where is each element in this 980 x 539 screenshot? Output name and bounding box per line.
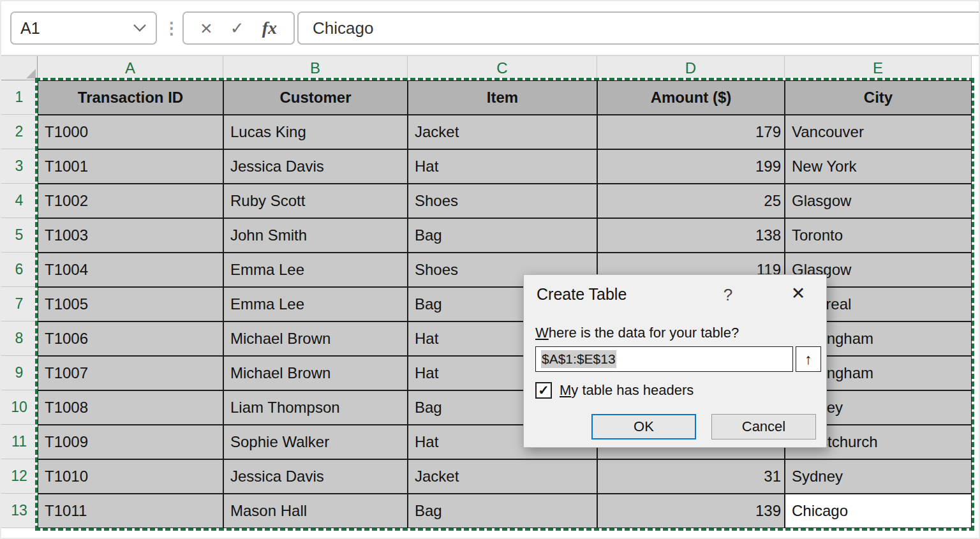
range-input-value: $A$1:$E$13 — [541, 350, 616, 368]
row-header-9[interactable]: 9 — [1, 356, 38, 390]
cell-A5[interactable]: T1003 — [38, 218, 223, 253]
cell-D5[interactable]: 138 — [597, 218, 785, 253]
insert-function-icon[interactable]: fx — [262, 18, 277, 38]
cell-C2[interactable]: Jacket — [408, 115, 597, 149]
cell-B2[interactable]: Lucas King — [223, 115, 408, 149]
cell-C4[interactable]: Shoes — [408, 184, 597, 218]
name-box[interactable]: A1 — [10, 11, 157, 45]
formula-value: Chicago — [313, 18, 373, 38]
cell-A10[interactable]: T1008 — [38, 390, 223, 425]
cancel-icon[interactable]: × — [200, 18, 212, 38]
cell-C12[interactable]: Jacket — [408, 459, 597, 494]
cell-E3[interactable]: New York — [785, 149, 972, 184]
cell-E12[interactable]: Sydney — [785, 459, 972, 494]
cell-B9[interactable]: Michael Brown — [223, 356, 408, 390]
cell-E1[interactable]: City — [785, 80, 972, 115]
cell-C13[interactable]: Bag — [408, 494, 597, 528]
cell-A4[interactable]: T1002 — [38, 184, 223, 218]
cell-B13[interactable]: Mason Hall — [223, 494, 408, 528]
cell-B11[interactable]: Sophie Walker — [223, 425, 408, 459]
cell-D13[interactable]: 139 — [597, 494, 785, 528]
my-table-has-headers-checkbox[interactable]: ✓ — [535, 382, 552, 399]
cell-D2[interactable]: 179 — [597, 115, 785, 149]
cell-D1[interactable]: Amount ($) — [597, 80, 785, 115]
cancel-button[interactable]: Cancel — [711, 414, 816, 439]
cell-A1[interactable]: Transaction ID — [38, 80, 223, 115]
ok-button[interactable]: OK — [591, 414, 696, 439]
cell-A13[interactable]: T1011 — [38, 494, 223, 528]
range-prompt-label: Where is the data for your table? — [535, 325, 739, 341]
cell-B12[interactable]: Jessica Davis — [223, 459, 408, 494]
cell-B7[interactable]: Emma Lee — [223, 287, 408, 321]
cell-D3[interactable]: 199 — [597, 149, 785, 184]
table-range-input[interactable]: $A$1:$E$13 — [535, 346, 793, 372]
cell-C1[interactable]: Item — [408, 80, 597, 115]
close-icon[interactable]: ✕ — [787, 283, 810, 304]
row-header-6[interactable]: 6 — [1, 253, 38, 287]
checkbox-label: My table has headers — [560, 382, 694, 399]
enter-icon[interactable]: ✓ — [230, 18, 244, 38]
row-header-5[interactable]: 5 — [1, 218, 38, 253]
cell-A12[interactable]: T1010 — [38, 459, 223, 494]
name-box-value: A1 — [20, 19, 40, 38]
cell-D4[interactable]: 25 — [597, 184, 785, 218]
cell-E2[interactable]: Vancouver — [785, 115, 972, 149]
row-header-2[interactable]: 2 — [1, 115, 38, 149]
formula-input[interactable]: Chicago — [297, 11, 980, 45]
cell-B10[interactable]: Liam Thompson — [223, 390, 408, 425]
cell-A2[interactable]: T1000 — [38, 115, 223, 149]
range-collapse-button[interactable]: ↑ — [796, 346, 821, 372]
cell-B4[interactable]: Ruby Scott — [223, 184, 408, 218]
cell-C3[interactable]: Hat — [408, 149, 597, 184]
cell-E4[interactable]: Glasgow — [785, 184, 972, 218]
row-header-4[interactable]: 4 — [1, 184, 38, 218]
spreadsheet-grid: ABCDE 12345678910111213 Transaction IDCu… — [1, 56, 980, 539]
row-header-1[interactable]: 1 — [1, 80, 38, 115]
column-header-B[interactable]: B — [223, 56, 408, 80]
cell-A3[interactable]: T1001 — [38, 149, 223, 184]
cell-B5[interactable]: John Smith — [223, 218, 408, 253]
row-header-7[interactable]: 7 — [1, 287, 38, 321]
cell-A11[interactable]: T1009 — [38, 425, 223, 459]
row-header-13[interactable]: 13 — [1, 494, 38, 528]
column-header-D[interactable]: D — [597, 56, 785, 80]
cell-E13[interactable]: Chicago — [785, 494, 972, 528]
row-header-3[interactable]: 3 — [1, 149, 38, 184]
cell-B3[interactable]: Jessica Davis — [223, 149, 408, 184]
select-all-corner[interactable] — [1, 56, 38, 80]
column-header-A[interactable]: A — [38, 56, 223, 80]
collapse-arrow-icon: ↑ — [805, 351, 812, 368]
cell-B1[interactable]: Customer — [223, 80, 408, 115]
cell-A7[interactable]: T1005 — [38, 287, 223, 321]
cell-C5[interactable]: Bag — [408, 218, 597, 253]
cell-A6[interactable]: T1004 — [38, 253, 223, 287]
separator-dots-icon: ⋮ — [163, 11, 180, 45]
row-header-10[interactable]: 10 — [1, 390, 38, 425]
headers-checkbox-row: ✓ My table has headers — [535, 382, 694, 399]
create-table-dialog: Create Table ? ✕ Where is the data for y… — [523, 274, 827, 448]
row-header-8[interactable]: 8 — [1, 321, 38, 356]
chevron-down-icon[interactable] — [133, 24, 147, 33]
column-header-C[interactable]: C — [408, 56, 597, 80]
formula-buttons-group: × ✓ fx — [182, 11, 295, 45]
cell-D12[interactable]: 31 — [597, 459, 785, 494]
cell-A8[interactable]: T1006 — [38, 321, 223, 356]
row-header-11[interactable]: 11 — [1, 425, 38, 459]
column-header-E[interactable]: E — [785, 56, 972, 80]
row-header-12[interactable]: 12 — [1, 459, 38, 494]
cell-B8[interactable]: Michael Brown — [223, 321, 408, 356]
cell-A9[interactable]: T1007 — [38, 356, 223, 390]
cell-E5[interactable]: Toronto — [785, 218, 972, 253]
checkmark-icon: ✓ — [538, 383, 549, 397]
help-icon[interactable]: ? — [718, 285, 738, 305]
formula-bar: A1 ⋮ × ✓ fx Chicago — [1, 1, 979, 56]
dialog-title: Create Table — [537, 285, 627, 304]
cell-B6[interactable]: Emma Lee — [223, 253, 408, 287]
